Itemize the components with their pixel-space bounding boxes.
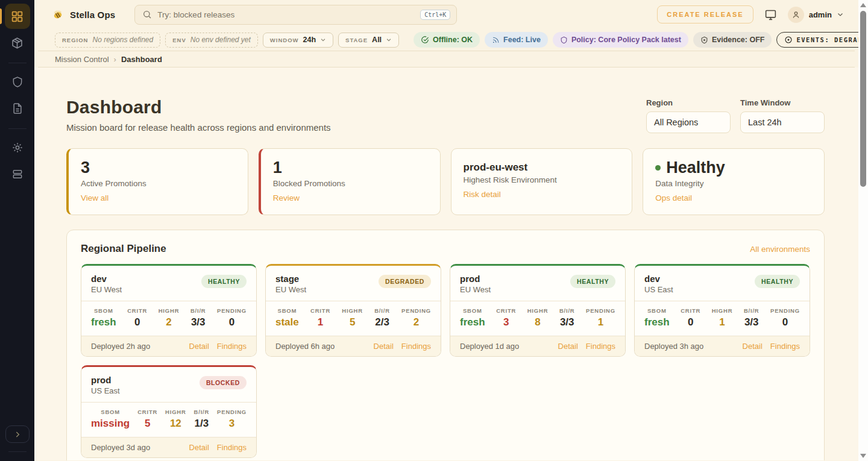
stage-filter-dropdown[interactable]: STAGE All xyxy=(338,33,399,48)
pipeline-grid: dev EU West HEALTHY SBOMfresh CRITR0 HIG… xyxy=(81,264,810,458)
regional-pipeline-panel: Regional Pipeline All environments dev E… xyxy=(66,230,825,460)
pipeline-card-dev-eu-west: dev EU West HEALTHY SBOMfresh CRITR0 HIG… xyxy=(81,264,257,357)
detail-link[interactable]: Detail xyxy=(558,342,578,351)
findings-link[interactable]: Findings xyxy=(401,342,431,351)
detail-link[interactable]: Detail xyxy=(743,342,763,351)
global-search[interactable]: Ctrl+K xyxy=(134,5,457,25)
policy-status-chip[interactable]: Policy: Core Policy Pack latest xyxy=(553,32,688,48)
page-subtitle: Mission board for release health across … xyxy=(66,122,331,133)
stat-value-critr: 1 xyxy=(310,316,330,328)
findings-link[interactable]: Findings xyxy=(217,342,247,351)
stat-value-bir: 3/3 xyxy=(744,316,760,328)
feed-status-text: Feed: Live xyxy=(503,36,541,44)
stat-value-pending: 0 xyxy=(770,316,800,328)
sidebar xyxy=(0,0,34,461)
stat-value-critr: 5 xyxy=(137,418,157,430)
review-link[interactable]: Review xyxy=(273,193,300,202)
stat-label-highr: HIGHR xyxy=(527,307,549,314)
status-badge: HEALTHY xyxy=(201,275,247,288)
evidence-status-chip[interactable]: Evidence: OFF xyxy=(693,32,772,48)
scrollbar-up-arrow[interactable] xyxy=(860,3,866,7)
stat-value-highr: 2 xyxy=(159,316,180,328)
shield-x-icon xyxy=(700,36,708,44)
findings-link[interactable]: Findings xyxy=(586,342,615,351)
active-promotions-label: Active Promotions xyxy=(81,179,236,188)
stat-label-bir: B/I/R xyxy=(744,307,760,314)
avatar xyxy=(788,7,804,23)
dashboard-content: Dashboard Mission board for release heal… xyxy=(34,67,858,460)
breadcrumb-mission-control[interactable]: Mission Control xyxy=(55,55,109,64)
stat-value-bir: 2/3 xyxy=(374,316,390,328)
risk-detail-link[interactable]: Risk detail xyxy=(464,190,501,199)
breadcrumb: Mission Control › Dashboard xyxy=(38,51,855,67)
package-icon xyxy=(11,37,24,49)
all-environments-link[interactable]: All environments xyxy=(750,245,810,254)
stat-label-pending: PENDING xyxy=(770,307,800,314)
detail-link[interactable]: Detail xyxy=(374,342,394,351)
stat-value-highr: 5 xyxy=(342,316,363,328)
pipeline-card-dev-us-east: dev US East HEALTHY SBOMfresh CRITR0 HIG… xyxy=(634,264,810,357)
top-bar-actions: CREATE RELEASE admin xyxy=(657,5,844,24)
sidebar-divider xyxy=(8,451,27,452)
document-icon xyxy=(11,102,24,114)
display-monitor-icon[interactable] xyxy=(764,8,777,21)
stat-label-pending: PENDING xyxy=(401,307,431,314)
sidebar-item-documents[interactable] xyxy=(5,96,30,121)
sidebar-item-dashboard[interactable] xyxy=(5,4,30,29)
offline-status-text: Offline: OK xyxy=(433,36,473,44)
findings-link[interactable]: Findings xyxy=(770,342,800,351)
region-filter-pill[interactable]: REGION No regions defined xyxy=(55,33,160,48)
page-scrollbar xyxy=(858,0,868,461)
user-menu[interactable]: admin xyxy=(788,7,844,23)
sidebar-item-releases[interactable] xyxy=(5,30,30,55)
scrollbar-down-arrow[interactable] xyxy=(860,454,866,458)
window-filter-dropdown[interactable]: WINDOW 24h xyxy=(263,33,333,48)
highest-risk-card: prod-eu-west Highest Risk Environment Ri… xyxy=(451,148,633,215)
detail-link[interactable]: Detail xyxy=(189,443,209,452)
stat-label-critr: CRITR xyxy=(496,307,516,314)
env-filter-pill[interactable]: ENV No env defined yet xyxy=(165,33,258,48)
create-release-button[interactable]: CREATE RELEASE xyxy=(657,5,753,24)
stat-label-critr: CRITR xyxy=(310,307,330,314)
environment-region: EU West xyxy=(275,285,306,294)
stat-label-pending: PENDING xyxy=(217,307,247,314)
active-nav-indicator xyxy=(0,8,2,24)
sidebar-item-infrastructure[interactable] xyxy=(5,162,30,187)
search-input[interactable] xyxy=(157,10,415,19)
status-badge: DEGRADED xyxy=(379,275,431,288)
offline-status-chip[interactable]: Offline: OK xyxy=(414,32,480,48)
blocked-promotions-label: Blocked Promotions xyxy=(273,179,428,188)
stage-filter-label: STAGE xyxy=(345,37,368,43)
sidebar-expand-button[interactable] xyxy=(5,425,30,443)
region-filter-label: REGION xyxy=(62,37,88,43)
environment-region: US East xyxy=(644,285,673,294)
stat-label-highr: HIGHR xyxy=(342,307,363,314)
ops-detail-link[interactable]: Ops detail xyxy=(655,193,692,202)
feed-status-chip[interactable]: Feed: Live xyxy=(485,32,548,48)
detail-link[interactable]: Detail xyxy=(189,342,209,351)
region-filter-value: No regions defined xyxy=(92,36,153,44)
scrollbar-thumb[interactable] xyxy=(860,11,866,187)
healthy-dot-icon xyxy=(655,165,661,171)
sidebar-item-settings[interactable] xyxy=(5,135,30,160)
record-dot-icon xyxy=(784,36,793,44)
time-window-select[interactable]: Last 24h xyxy=(740,111,825,133)
stat-value-sbom: missing xyxy=(91,418,130,430)
sidebar-divider xyxy=(8,63,27,63)
shield-icon xyxy=(560,36,568,44)
events-status-pill[interactable]: EVENTS: DEGRADED xyxy=(776,32,868,48)
stat-value-critr: 3 xyxy=(496,316,516,328)
view-all-link[interactable]: View all xyxy=(81,193,108,202)
shield-icon xyxy=(11,76,24,88)
region-select[interactable]: All Regions xyxy=(646,111,731,133)
deployed-time: Deployed 1d ago xyxy=(460,342,519,351)
stat-label-critr: CRITR xyxy=(127,307,147,314)
stat-value-highr: 8 xyxy=(527,316,549,328)
deployed-time: Deployed 3h ago xyxy=(644,342,703,351)
stat-label-pending: PENDING xyxy=(586,307,615,314)
environment-name: prod xyxy=(460,274,491,284)
sidebar-item-security[interactable] xyxy=(5,69,30,95)
findings-link[interactable]: Findings xyxy=(217,443,247,452)
environment-region: EU West xyxy=(91,285,122,294)
status-badge: HEALTHY xyxy=(755,275,800,288)
